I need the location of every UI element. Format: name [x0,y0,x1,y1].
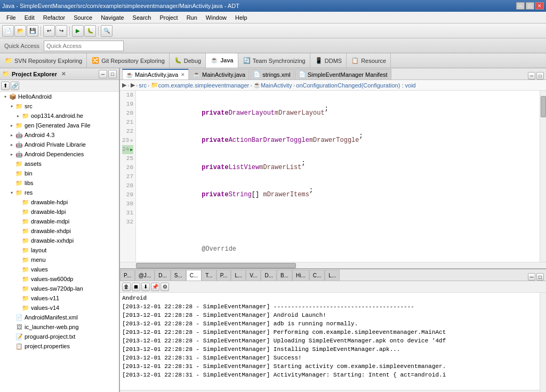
editor-scrollbar-vertical[interactable] [540,91,546,262]
tree-item-ic-launcher[interactable]: 🖼 ic_launcher-web.png [0,322,119,332]
bottom-tab-declaration[interactable]: D... [155,270,171,281]
explorer-collapse-btn[interactable]: ⬆ [1,82,10,90]
bottom-tab-variables[interactable]: V... [246,270,261,281]
editor-scrollbar-h-thumb[interactable] [136,263,296,268]
breadcrumb-class[interactable]: MainActivity [261,82,292,89]
tree-item-pkg[interactable]: 📁 oop1314.android.he [0,111,119,121]
tree-item-gen[interactable]: 📁 gen [Generated Java File [0,121,119,130]
tree-item-src[interactable]: 📁 src [0,101,119,111]
breadcrumb-pkg[interactable]: com.example.simpleeventmanager [158,82,250,89]
menu-search[interactable]: Search [129,13,156,22]
open-button[interactable]: 📂 [14,25,26,37]
menu-refactor[interactable]: Refactor [39,13,70,22]
tree-item-drawable-xhdpi[interactable]: 📁 drawable-xhdpi [0,226,119,236]
tree-item-values[interactable]: 📁 values [0,265,119,274]
console-pin-btn[interactable]: 📌 [151,283,159,291]
minimize-button[interactable]: ─ [516,2,525,10]
run-btn[interactable]: ▶ [72,25,84,37]
tree-item-android43[interactable]: 🤖 Android 4.3 [0,130,119,140]
editor-max-btn[interactable]: □ [536,72,544,79]
tree-item-bin[interactable]: 📁 bin [0,169,119,178]
console-scroll-btn[interactable]: ⬇ [141,283,150,291]
redo-btn[interactable]: ↪ [55,25,67,37]
perspective-java[interactable]: ☕ Java [206,53,238,68]
perspective-debug[interactable]: 🐛 Debug [170,53,206,68]
tree-item-values-sw600dp[interactable]: 📁 values-sw600dp [0,274,119,284]
bottom-tab-tasks[interactable]: T... [202,270,216,281]
editor-scrollbar-horizontal[interactable] [120,262,546,268]
menu-run[interactable]: Run [182,13,202,22]
console-area[interactable]: Android [2013-12-01 22:28:28 - SimpleEve… [120,293,540,390]
search-btn[interactable]: 🔍 [101,25,113,37]
bottom-tab-linksview[interactable]: L... [231,270,246,281]
menu-help[interactable]: Help [231,13,252,22]
bottom-tab-console[interactable]: C... [186,270,202,281]
editor-min-btn[interactable]: ─ [528,72,535,79]
editor-scrollbar-thumb[interactable] [541,96,546,117]
explorer-minimize-btn[interactable]: ─ [99,70,107,78]
console-terminate-btn[interactable]: ⏹ [132,283,140,291]
bottom-tab-launch[interactable]: L... [325,270,340,281]
tab-manifest[interactable]: 📄 SimpleEventManager Manifest [295,69,391,79]
new-button[interactable]: 📄 [2,25,14,37]
bottom-tab-coverage[interactable]: C... [309,270,325,281]
close-button[interactable]: ✕ [535,2,544,10]
console-clear-btn[interactable]: 🗑 [122,283,131,291]
menu-project[interactable]: Project [155,13,182,22]
menu-edit[interactable]: Edit [20,13,39,22]
bottom-tab-javadoc[interactable]: @J... [135,270,155,281]
tree-item-hello[interactable]: 📦 HelloAndroid [0,92,119,101]
quick-access-input[interactable] [44,41,124,51]
tab-strings[interactable]: 📄 strings.xml [250,69,294,79]
tab-close-mainactivity1[interactable]: ✕ [181,72,185,77]
tree-item-drawable-ldpi[interactable]: 📁 drawable-ldpi [0,207,119,217]
perspective-team[interactable]: 🔄 Team Synchronizing [238,53,310,68]
tree-item-drawable-xxhdpi[interactable]: 📁 drawable-xxhdpi [0,236,119,245]
code-content[interactable]: private DrawerLayout mDrawerLayout; priv… [136,91,540,262]
bottom-tab-debug2[interactable]: D... [261,270,277,281]
debug-btn[interactable]: 🐛 [84,25,96,37]
tab-mainactivity2[interactable]: ☕ MainActivity.java [189,69,249,79]
perspective-svn[interactable]: 📁 SVN Repository Exploring [0,53,87,68]
tree-item-androiddeps[interactable]: 🤖 Android Dependencies [0,149,119,159]
tree-item-libs[interactable]: 📁 libs [0,178,119,188]
tree-item-drawable-hdpi[interactable]: 📁 drawable-hdpi [0,197,119,207]
explorer-link-btn[interactable]: 🔗 [11,82,19,90]
tree-item-androidmanifest[interactable]: 📄 AndroidManifest.xml [0,313,119,322]
breadcrumb-src[interactable]: src [139,82,147,89]
tree-item-res[interactable]: 📁 res [0,188,119,197]
undo-btn[interactable]: ↩ [43,25,55,37]
bottom-max-btn[interactable]: □ [536,273,544,281]
tree-item-androidprivate[interactable]: 🤖 Android Private Librarie [0,140,119,149]
menu-file[interactable]: File [2,13,20,22]
tree-item-drawable-mdpi[interactable]: 📁 drawable-mdpi [0,217,119,226]
tree-item-layout[interactable]: 📁 layout [0,245,119,255]
perspective-git[interactable]: 🔀 Git Repository Exploring [87,53,170,68]
perspective-resource[interactable]: 📋 Resource [347,53,391,68]
bottom-tab-search[interactable]: S... [171,270,186,281]
tree-item-menu[interactable]: 📁 menu [0,255,119,265]
bottom-tab-breakpoints[interactable]: B... [277,270,292,281]
perspective-ddms[interactable]: 📱 DDMS [310,53,347,68]
menu-window[interactable]: Window [202,13,231,22]
console-settings-btn[interactable]: ⚙ [160,283,169,291]
bottom-min-btn[interactable]: ─ [528,273,535,281]
bottom-tab-progress[interactable]: P... [216,270,231,281]
tree-item-projprops[interactable]: 📋 project.properties [0,341,119,351]
tree-item-proguard[interactable]: 📝 proguard-project.txt [0,332,119,341]
maximize-button[interactable]: □ [526,2,534,10]
menu-source[interactable]: Source [69,13,97,22]
tree-item-assets[interactable]: 📁 assets [0,159,119,169]
tree-item-values-v11[interactable]: 📁 values-v11 [0,293,119,303]
console-scrollbar-h[interactable] [120,390,540,392]
bottom-tab-problems[interactable]: P... [120,270,135,281]
explorer-maximize-btn[interactable]: □ [108,70,117,78]
tree-item-values-sw720dp[interactable]: 📁 values-sw720dp-lan [0,284,119,293]
tab-mainactivity1[interactable]: ☕ MainActivity.java ✕ [122,69,189,79]
menu-navigate[interactable]: Navigate [97,13,128,22]
save-button[interactable]: 💾 [27,25,38,37]
breadcrumb-method[interactable]: onConfigurationChanged(Configuration) : … [296,82,415,89]
tree-item-values-v14[interactable]: 📁 values-v14 [0,303,119,313]
console-scrollbar-v[interactable] [540,293,546,392]
bottom-tab-history[interactable]: Hi... [292,270,309,281]
